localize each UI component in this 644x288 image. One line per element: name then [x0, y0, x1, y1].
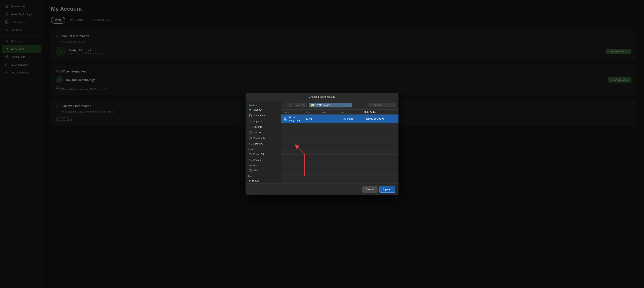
fp-imac[interactable]: iMac: [246, 168, 280, 173]
purple-dot-icon: [249, 180, 250, 182]
fp-column-headers: Name Size Tags Kind Date Added: [281, 110, 398, 114]
icloud-label: iCloud: [246, 147, 280, 152]
cloud-icon: [249, 153, 252, 156]
fp-empty-row: [281, 167, 398, 174]
fp-imac-label: iMac: [253, 169, 258, 172]
app-icon: [249, 120, 252, 123]
fp-file-date: Today at 10:19 AM: [364, 117, 396, 120]
fp-documents[interactable]: Documents: [246, 113, 280, 118]
fp-view-group: ≡ ▾ ⊞ ▾: [295, 103, 307, 107]
fp-recents-label: Recents: [253, 125, 262, 128]
file-picker-main: ‹ › ≡ ▾ ⊞ ▾ 📁 Profile Images: [281, 101, 398, 183]
fp-toolbar: ‹ › ≡ ▾ ⊞ ▾ 📁 Profile Images: [281, 101, 398, 110]
file-picker-title: Choose Files to Upload: [246, 93, 398, 101]
fp-empty-row: [281, 123, 398, 129]
col-name: Name: [284, 111, 306, 113]
fp-downloads-label: Downloads: [253, 137, 265, 140]
svg-text:PNG: PNG: [284, 119, 286, 120]
fp-dropbox[interactable]: Dropbox: [246, 107, 280, 112]
folder-icon: [249, 142, 252, 146]
shared-folder-icon: [249, 159, 252, 162]
fp-icloud-drive[interactable]: iCloud Dri...: [246, 152, 280, 157]
fp-creative[interactable]: Creative...: [246, 141, 280, 147]
folder-blue-icon: 📁: [311, 103, 314, 107]
col-kind: Kind: [341, 111, 364, 113]
fp-applications-label: Applicati...: [253, 120, 264, 122]
fp-tag-purple-label: Purple: [252, 179, 259, 182]
fp-file-size: 32 KB: [306, 117, 321, 120]
monitor-icon: [249, 169, 252, 172]
fp-downloads[interactable]: Downloads: [246, 135, 280, 141]
file-picker-dialog: Choose Files to Upload Favorites Dropbox: [246, 93, 398, 195]
fp-back-button[interactable]: ‹: [284, 103, 288, 107]
download-icon: [249, 137, 252, 140]
desktop-icon: [249, 131, 252, 134]
fp-dropbox-label: Dropbox: [253, 108, 262, 111]
fp-empty-row: [281, 155, 398, 161]
modal-overlay: Choose Files to Upload Favorites Dropbox: [0, 0, 644, 288]
fp-empty-row: [281, 136, 398, 142]
chevron-down-icon: ⌄: [348, 104, 350, 106]
col-tags: Tags: [321, 111, 341, 113]
locations-label: Locations: [246, 163, 280, 168]
doc-icon: [249, 114, 252, 117]
cancel-button[interactable]: Cancel: [362, 186, 377, 193]
svg-rect-21: [249, 170, 252, 171]
fp-nav-group: ‹ ›: [284, 103, 293, 107]
fp-file-name: PNG Profile Image.png: [284, 116, 306, 122]
search-icon: [370, 104, 373, 106]
fp-empty-row: [281, 129, 398, 136]
col-date-added: Date Added: [364, 111, 396, 113]
favorites-label: Favorites: [246, 102, 280, 107]
fp-creative-label: Creative...: [253, 143, 264, 145]
upload-button[interactable]: Upload: [380, 186, 395, 193]
folder-blue-icon: [249, 108, 252, 111]
fp-shared-label: Shared: [253, 159, 261, 162]
tags-label: Tags: [246, 174, 280, 178]
fp-empty-row: [281, 142, 398, 148]
fp-documents-label: Documents: [253, 114, 265, 117]
fp-desktop-label: Desktop: [253, 131, 262, 134]
fp-forward-button[interactable]: ›: [288, 103, 293, 107]
fp-search: [368, 103, 396, 107]
fp-list-view-button[interactable]: ≡ ▾: [295, 103, 300, 107]
fp-footer: Cancel Upload: [246, 183, 398, 195]
svg-rect-19: [249, 132, 252, 133]
col-size: Size: [306, 111, 321, 113]
svg-point-17: [249, 120, 252, 122]
fp-applications[interactable]: Applicati...: [246, 118, 280, 124]
fp-recents[interactable]: Recents: [246, 124, 280, 130]
fp-file-kind: PNG image: [341, 117, 364, 120]
fp-tag-purple[interactable]: Purple: [246, 178, 280, 183]
file-picker-body: Favorites Dropbox: [246, 101, 398, 183]
search-input[interactable]: [374, 104, 394, 106]
fp-empty-row: [281, 161, 398, 167]
fp-location-picker[interactable]: 📁 Profile Images ⌄: [309, 103, 352, 107]
fp-file-list: PNG Profile Image.png 32 KB PNG image To…: [281, 114, 398, 183]
fp-icloud-drive-label: iCloud Dri...: [253, 153, 266, 156]
png-file-icon: PNG: [284, 117, 287, 121]
fp-shared[interactable]: Shared: [246, 157, 280, 163]
fp-grid-view-button[interactable]: ⊞ ▾: [301, 103, 307, 107]
table-row[interactable]: PNG Profile Image.png 32 KB PNG image To…: [281, 114, 398, 123]
fp-desktop[interactable]: Desktop: [246, 130, 280, 135]
file-picker-sidebar: Favorites Dropbox: [246, 101, 281, 183]
fp-location-label: Profile Images: [315, 104, 330, 106]
clock-icon: [249, 125, 252, 128]
fp-empty-row: [281, 148, 398, 155]
